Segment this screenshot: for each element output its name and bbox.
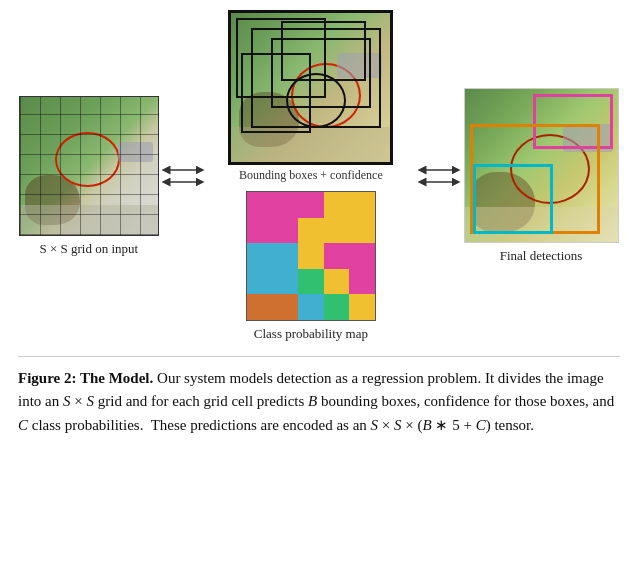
right-panel: Final detections	[462, 88, 620, 264]
prob-cell-1	[272, 192, 298, 218]
prob-cell-11	[272, 243, 298, 269]
diagram-area: S × S grid on input	[18, 10, 620, 342]
right-arrows	[416, 160, 462, 192]
right-caption: Final detections	[500, 248, 583, 264]
center-top: Bounding boxes + confidence	[228, 10, 393, 183]
prob-cell-14	[349, 243, 375, 269]
prob-cell-24	[349, 294, 375, 320]
prob-cell-4	[349, 192, 375, 218]
prob-cell-17	[298, 269, 324, 295]
prob-cell-19	[349, 269, 375, 295]
left-caption: S × S grid on input	[39, 241, 138, 257]
figure-caption: Figure 2: The Model. Our system models d…	[18, 356, 620, 437]
prob-cell-23	[324, 294, 350, 320]
prob-cell-5	[247, 218, 273, 244]
prob-cell-16	[272, 269, 298, 295]
center-image	[228, 10, 393, 165]
right-arrow-svg	[417, 160, 461, 192]
prob-cell-10	[247, 243, 273, 269]
prob-caption: Class probability map	[254, 326, 368, 342]
final-image	[464, 88, 619, 243]
left-panel: S × S grid on input	[18, 96, 160, 257]
figure-label: Figure 2: The Model.	[18, 370, 153, 386]
prob-cell-20	[247, 294, 273, 320]
left-arrows	[160, 160, 206, 192]
prob-cell-13	[324, 243, 350, 269]
probability-map	[246, 191, 376, 321]
grid-overlay	[20, 97, 158, 235]
prob-cell-12	[298, 243, 324, 269]
prob-cell-18	[324, 269, 350, 295]
bbox-circle	[286, 73, 346, 128]
prob-cell-6	[272, 218, 298, 244]
prob-cell-0	[247, 192, 273, 218]
figure-text: Figure 2: The Model. Our system models d…	[18, 367, 620, 437]
grid-image	[19, 96, 159, 236]
prob-cell-7	[298, 218, 324, 244]
detection-box-cyan	[473, 164, 553, 234]
prob-cell-9	[349, 218, 375, 244]
center-panel: Bounding boxes + confidence Class probab…	[206, 10, 417, 342]
prob-cell-21	[272, 294, 298, 320]
prob-cell-3	[324, 192, 350, 218]
left-arrow-svg	[161, 160, 205, 192]
prob-cell-8	[324, 218, 350, 244]
bbox-caption: Bounding boxes + confidence	[239, 168, 383, 183]
prob-cell-2	[298, 192, 324, 218]
prob-cell-15	[247, 269, 273, 295]
prob-cell-22	[298, 294, 324, 320]
